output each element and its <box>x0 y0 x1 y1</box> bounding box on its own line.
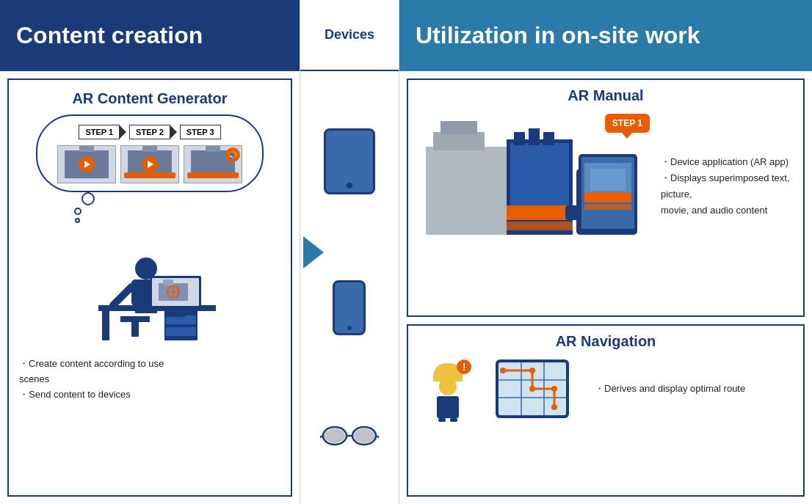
svg-rect-17 <box>166 314 185 317</box>
svg-point-62 <box>529 386 535 392</box>
left-header: Content creation <box>0 0 300 71</box>
step-box-3: STEP 3 <box>180 125 221 139</box>
cloud-dot-2 <box>75 218 80 223</box>
tablet-device-icon <box>324 128 375 194</box>
progress-bar-2 <box>124 172 175 178</box>
thumb-3: 🔊 <box>184 145 242 183</box>
svg-rect-49 <box>437 396 459 418</box>
devices-title: Devices <box>325 27 374 43</box>
svg-rect-50 <box>438 418 446 422</box>
svg-rect-46 <box>584 192 631 202</box>
cloud-dots <box>74 208 81 223</box>
left-bottom-text: ・Create content according to use scenes … <box>19 357 280 402</box>
svg-rect-7 <box>131 322 139 337</box>
step-item-1: STEP 1 <box>79 125 126 139</box>
ar-manual-text: ・Device application (AR app) ・Displays s… <box>661 110 793 257</box>
step-item-3: STEP 3 <box>180 125 221 139</box>
ar-manual-text-line1: ・Device application (AR app) <box>661 154 793 170</box>
ar-navigation-section: AR Navigation <box>407 324 805 497</box>
svg-point-29 <box>354 428 374 443</box>
svg-rect-51 <box>450 418 457 422</box>
ar-manual-text-line2: ・Displays superimposed text, picture, <box>661 170 793 202</box>
step-box-2: STEP 2 <box>129 125 170 139</box>
progress-bar-3 <box>187 172 239 178</box>
bottom-text-line2: scenes <box>19 372 280 387</box>
svg-rect-37 <box>543 132 554 145</box>
thumb-2-inner <box>121 146 178 183</box>
left-content-box: AR Content Generator STEP 1 STEP 2 <box>7 78 292 497</box>
svg-point-61 <box>529 368 535 373</box>
svg-point-28 <box>325 428 345 443</box>
thumb-1 <box>57 145 116 183</box>
thumbs-row: 🔊 <box>48 145 252 183</box>
thumb-1-inner <box>58 146 115 183</box>
step-arrow-1 <box>119 125 126 139</box>
svg-rect-6 <box>120 316 150 322</box>
ar-manual-image: STEP 1 <box>418 110 653 257</box>
main-container: Content creation AR Content Generator ST… <box>0 0 812 504</box>
svg-rect-38 <box>507 205 573 220</box>
ar-navigation-text-content: ・Derives and display optimal route <box>595 383 745 394</box>
svg-rect-19 <box>163 280 173 285</box>
bottom-text-line1: ・Create content according to use <box>19 357 280 372</box>
left-panel: Content creation AR Content Generator ST… <box>0 0 300 504</box>
svg-rect-32 <box>441 121 477 134</box>
svg-rect-35 <box>514 132 525 145</box>
center-arrow <box>303 236 324 269</box>
ar-manual-content: STEP 1 ・Device application (AR app) ・Dis… <box>418 110 793 257</box>
devices-area <box>313 71 386 504</box>
glasses-device-icon <box>320 421 379 447</box>
ar-manual-title: AR Manual <box>418 87 793 104</box>
thumb-3-inner: 🔊 <box>184 146 242 183</box>
glasses-svg <box>320 421 379 447</box>
right-sections: AR Manual <box>399 71 812 504</box>
right-panel: Utilization in on-site work AR Manual <box>399 0 812 504</box>
thumb-2 <box>120 145 179 183</box>
step-badge: STEP 1 <box>605 114 650 133</box>
svg-rect-30 <box>426 147 507 235</box>
phone-device-icon <box>333 280 366 335</box>
cloud-bubble: STEP 1 STEP 2 STEP 3 <box>36 114 264 192</box>
svg-rect-47 <box>584 204 631 210</box>
ar-scene-container: STEP 1 <box>418 110 653 257</box>
ar-generator-title: AR Content Generator <box>19 90 280 107</box>
svg-point-64 <box>551 404 557 410</box>
nav-tablet-svg <box>492 356 573 422</box>
ar-manual-section: AR Manual <box>407 78 805 317</box>
svg-point-60 <box>500 368 506 373</box>
svg-line-10 <box>113 287 131 305</box>
ar-navigation-title: AR Navigation <box>418 333 793 350</box>
svg-rect-5 <box>166 327 196 336</box>
svg-point-63 <box>551 386 557 392</box>
ar-manual-text-line3: movie, and audio content <box>661 202 793 219</box>
svg-rect-45 <box>590 169 626 191</box>
svg-rect-12 <box>135 306 146 313</box>
devices-header: Devices <box>300 0 399 71</box>
svg-text:!: ! <box>463 361 466 373</box>
bottom-text-line3: ・Send content to devices <box>19 387 280 403</box>
play-btn-2 <box>142 156 158 172</box>
svg-rect-1 <box>102 311 109 340</box>
cloud-bubble-container: STEP 1 STEP 2 STEP 3 <box>36 114 264 192</box>
step-box-1: STEP 1 <box>79 125 120 139</box>
person-desk-svg <box>76 202 223 349</box>
play-btn-1 <box>79 156 95 172</box>
svg-point-48 <box>439 378 457 395</box>
utilization-title: Utilization in on-site work <box>416 22 700 49</box>
svg-rect-39 <box>507 222 573 230</box>
svg-rect-31 <box>433 132 485 150</box>
svg-rect-36 <box>529 128 540 145</box>
svg-rect-16 <box>172 310 179 314</box>
worker-icon-svg: ! <box>418 356 477 422</box>
speaker-badge: 🔊 <box>225 147 240 162</box>
step-item-2: STEP 2 <box>129 125 177 139</box>
steps-row: STEP 1 STEP 2 STEP 3 <box>48 125 252 139</box>
step-arrow-2 <box>170 125 177 139</box>
ar-navigation-text: ・Derives and display optimal route <box>595 381 745 397</box>
right-header: Utilization in on-site work <box>399 0 812 71</box>
person-desk-illustration <box>76 202 223 349</box>
cloud-dot-1 <box>74 208 81 215</box>
ar-navigation-content: ! <box>418 356 793 422</box>
content-creation-title: Content creation <box>16 22 203 49</box>
